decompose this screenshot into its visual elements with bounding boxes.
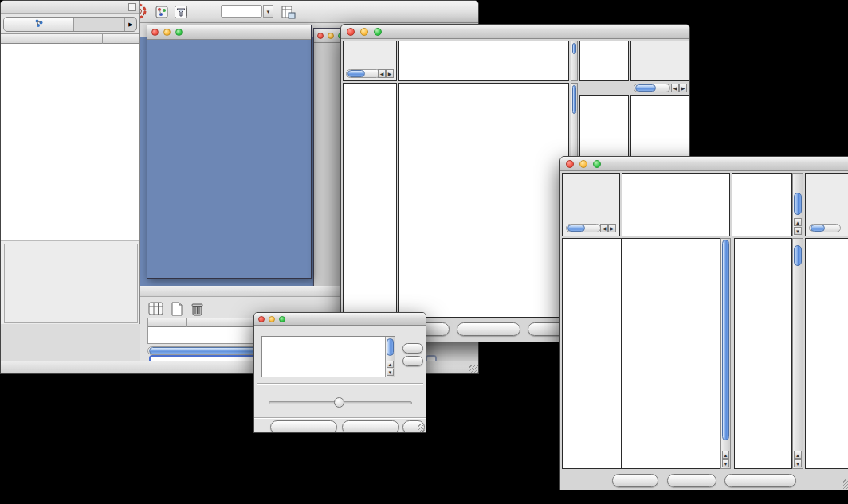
network-view-window-1 <box>147 25 312 279</box>
settings-button[interactable] <box>612 474 658 487</box>
animate-vizmap-button[interactable] <box>270 420 337 433</box>
scroll-up-arrow[interactable]: ▲ <box>387 361 394 368</box>
treeview2-titlebar[interactable] <box>560 157 848 171</box>
search-input[interactable] <box>221 5 262 18</box>
view-status-panel: ◀ ▶ <box>562 173 620 236</box>
birdseye-view-canvas[interactable] <box>4 244 138 323</box>
global-heatmap-canvas[interactable] <box>399 84 568 317</box>
attribute-listbox[interactable]: ▲ ▼ <box>261 336 395 377</box>
save-data-button[interactable] <box>667 474 716 487</box>
control-panel: ▶ <box>1 1 140 324</box>
view-status-hscroll[interactable] <box>346 69 381 78</box>
zoom-button[interactable] <box>593 160 601 168</box>
view-status-panel: ◀ ▶ <box>343 41 397 81</box>
view-status-hscroll[interactable] <box>566 224 601 232</box>
zoom-button[interactable] <box>374 28 382 36</box>
control-panel-tabs: ▶ <box>3 17 137 32</box>
network-table <box>1 44 139 85</box>
scroll-right-arrow[interactable]: ▶ <box>679 84 687 92</box>
close-button[interactable] <box>258 316 265 322</box>
network-table-header <box>1 33 139 44</box>
column-tree-panel <box>622 173 730 236</box>
dialog-titlebar[interactable] <box>254 313 426 326</box>
minimize-button[interactable] <box>269 316 275 322</box>
array-labels-panel <box>732 173 792 236</box>
tab-vizmapper[interactable] <box>74 18 125 31</box>
animation-slider-thumb[interactable] <box>334 397 344 408</box>
list-vscroll[interactable]: ▲ ▼ <box>385 337 395 377</box>
zoom-vscroll[interactable]: ▲ ▼ <box>792 238 803 469</box>
array-labels-panel <box>579 41 629 81</box>
filter-icon[interactable] <box>173 4 189 20</box>
scroll-right-arrow[interactable]: ▶ <box>608 224 616 232</box>
scroll-left-arrow[interactable]: ◀ <box>378 69 386 78</box>
birdseye-panel <box>1 241 139 324</box>
data-panel-title <box>140 290 147 299</box>
usage-hints-panel <box>630 41 689 81</box>
scroll-up-arrow[interactable]: ▲ <box>722 451 729 459</box>
search-dropdown-button[interactable]: ▼ <box>263 5 273 18</box>
move-down-button[interactable] <box>402 356 423 366</box>
close-button[interactable] <box>151 29 159 36</box>
resize-grip[interactable] <box>843 479 848 489</box>
resize-grip[interactable] <box>418 424 425 432</box>
minimize-button[interactable] <box>360 28 368 36</box>
network-tab-icon <box>35 19 43 27</box>
move-up-button[interactable] <box>402 343 423 354</box>
scroll-up-arrow[interactable]: ▲ <box>794 218 802 226</box>
tab-overflow-arrow[interactable]: ▶ <box>125 18 136 31</box>
scroll-left-arrow[interactable]: ◀ <box>671 84 679 92</box>
import-table-icon[interactable] <box>280 4 296 20</box>
array-labels-vscroll[interactable]: ▲ ▼ <box>792 173 803 236</box>
scroll-down-arrow[interactable]: ▼ <box>794 459 802 467</box>
network-view-canvas[interactable] <box>147 40 311 279</box>
network1-title <box>219 28 240 37</box>
zoom-panel-hscroll[interactable] <box>634 84 670 92</box>
delete-attribute-icon[interactable] <box>189 301 206 317</box>
close-button[interactable] <box>566 160 574 168</box>
minimize-button[interactable] <box>328 33 334 39</box>
treeview1-titlebar[interactable] <box>341 25 689 39</box>
scroll-down-arrow[interactable]: ▼ <box>722 459 729 467</box>
column-tree-scrollbar[interactable] <box>571 41 578 81</box>
row-dendrogram-canvas[interactable] <box>563 239 621 468</box>
scroll-right-arrow[interactable]: ▶ <box>386 69 394 78</box>
export-graphics-button[interactable] <box>457 322 520 336</box>
new-attribute-icon[interactable] <box>168 301 186 317</box>
export-graphics-button[interactable] <box>724 474 796 487</box>
zoom-button[interactable] <box>279 316 285 322</box>
scroll-down-arrow[interactable]: ▼ <box>387 369 394 376</box>
float-panel-icon[interactable] <box>128 3 136 11</box>
heatmap-vscroll[interactable]: ▲ ▼ <box>720 238 731 469</box>
create-vizmap-button[interactable] <box>342 420 399 433</box>
network1-titlebar[interactable] <box>147 25 311 40</box>
minimize-button[interactable] <box>579 160 587 168</box>
usage-hints-hscroll[interactable] <box>809 224 841 232</box>
tab-network[interactable] <box>4 18 74 31</box>
usage-hints-panel <box>805 173 848 236</box>
treeview-window-combined: ◀ ▶ ▲ ▼ ▲ ▼ ▲ ▼ <box>559 156 848 490</box>
control-panel-title <box>1 5 4 14</box>
scroll-left-arrow[interactable]: ◀ <box>600 224 608 232</box>
network-list-empty-area <box>1 85 139 241</box>
row-dendrogram-canvas[interactable] <box>344 84 396 317</box>
zoom-button[interactable] <box>175 29 183 36</box>
annotation-icon[interactable] <box>154 4 170 20</box>
scroll-down-arrow[interactable]: ▼ <box>794 227 802 235</box>
zoom-heatmap-canvas[interactable] <box>735 239 791 468</box>
global-heatmap-canvas[interactable] <box>622 239 720 468</box>
attribute-select-icon[interactable] <box>147 301 165 317</box>
gene-list-panel <box>805 238 848 469</box>
resize-grip[interactable] <box>469 365 479 374</box>
map-colors-dialog: ▲ ▼ <box>253 312 426 433</box>
close-button[interactable] <box>317 33 324 39</box>
column-dendrogram-canvas[interactable] <box>399 41 568 80</box>
minimize-button[interactable] <box>163 29 171 36</box>
zoom-heatmap-canvas[interactable] <box>582 97 618 134</box>
close-button[interactable] <box>347 28 355 36</box>
scroll-up-arrow[interactable]: ▲ <box>794 451 802 459</box>
